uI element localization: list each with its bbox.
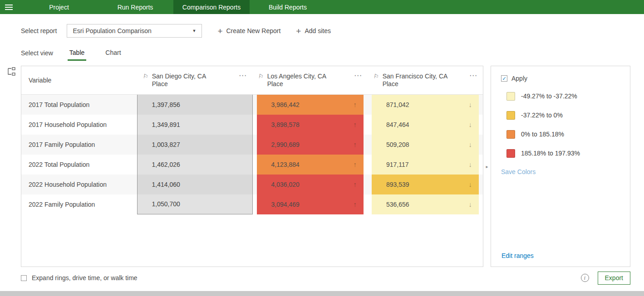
comparison-value-cell[interactable]: 2,990,689↑ (252, 135, 368, 155)
export-button[interactable]: Export (598, 272, 630, 285)
add-sites-button[interactable]: + Add sites (296, 27, 331, 35)
cell-value: 3,094,469 (271, 201, 300, 208)
comparison-value-cell[interactable]: 509,208↓ (368, 135, 483, 155)
variable-cell: 2022 Total Population (21, 155, 137, 175)
down-arrow-icon: ↓ (469, 101, 472, 108)
overflow-menu-icon[interactable]: ⋯ (469, 73, 477, 79)
baseline-value-cell[interactable]: 1,349,891 (137, 115, 252, 135)
create-new-report-button[interactable]: + Create New Report (217, 27, 280, 35)
report-select-value: Esri Population Comparison (73, 27, 152, 34)
legend-panel: ✓ Apply -49.27% to -37.22%-37.22% to 0%0… (491, 66, 630, 267)
variable-cell: 2017 Household Population (21, 115, 137, 135)
comparison-value-cell[interactable]: 536,656↓ (368, 194, 483, 214)
comparison-value-cell[interactable]: 893,539↓ (368, 175, 483, 194)
comparison-value-cell[interactable]: 3,094,469↑ (252, 194, 368, 214)
baseline-value-cell[interactable]: 1,414,060 (137, 175, 252, 194)
nav-tab-project[interactable]: Project (21, 0, 97, 14)
site-column-title: San Francisco City, CA Place (383, 73, 448, 88)
table-header-row: Variable ⚐San Diego City, CA Place⋯⚐Los … (21, 66, 483, 94)
down-arrow-icon: ↓ (469, 180, 472, 188)
cell-value: 4,123,884 (271, 161, 300, 168)
plus-icon: + (217, 27, 222, 35)
site-column-header: ⚐Los Angeles City, CA Place⋯ (252, 66, 368, 94)
table-row: 2022 Family Population1,050,7003,094,469… (21, 194, 483, 214)
comparison-value-cell[interactable]: 4,036,020↑ (252, 175, 368, 194)
view-tab-chart[interactable]: Chart (103, 49, 123, 61)
edit-ranges-link[interactable]: Edit ranges (501, 252, 534, 259)
cell-value: 2,990,689 (271, 141, 300, 148)
nav-tab-comparison-reports[interactable]: Comparison Reports (173, 0, 250, 14)
down-arrow-icon: ↓ (469, 200, 472, 208)
cell-value: 847,464 (386, 121, 409, 128)
expand-rings-checkbox[interactable] (21, 275, 27, 281)
table-body: 2017 Total Population1,397,8563,986,442↑… (21, 94, 483, 214)
cell-value: 893,539 (386, 181, 409, 188)
view-tab-table[interactable]: Table (68, 49, 86, 61)
overflow-menu-icon[interactable]: ⋯ (239, 73, 246, 79)
legend-range-label: -49.27% to -37.22% (521, 92, 577, 100)
comparison-value-cell[interactable]: 3,986,442↑ (252, 94, 368, 115)
variable-cell: 2017 Family Population (21, 135, 137, 155)
legend-color-swatch (506, 149, 515, 158)
sites-tree-icon[interactable] (7, 67, 16, 78)
variable-cell: 2022 Household Population (21, 175, 137, 194)
up-arrow-icon: ↑ (354, 160, 357, 168)
save-colors-link[interactable]: Save Colors (501, 168, 536, 175)
apply-row[interactable]: ✓ Apply (501, 75, 620, 82)
cell-value: 536,656 (386, 201, 409, 208)
comparison-value-cell[interactable]: 4,123,884↑ (252, 155, 368, 175)
variable-column-header: Variable (21, 66, 137, 94)
legend-range-label: 0% to 185.18% (521, 131, 564, 138)
plus-icon: + (296, 27, 301, 35)
table-row: 2022 Total Population1,462,0264,123,884↑… (21, 155, 483, 175)
cell-value: 917,117 (386, 161, 409, 168)
legend-items: -49.27% to -37.22%-37.22% to 0%0% to 185… (501, 87, 620, 163)
down-arrow-icon: ↓ (469, 160, 472, 168)
up-arrow-icon: ↑ (354, 200, 357, 208)
down-arrow-icon: ↓ (469, 141, 472, 148)
baseline-value-cell[interactable]: 1,397,856 (137, 94, 252, 115)
baseline-value-cell[interactable]: 1,462,026 (137, 155, 252, 175)
panel-collapse-handle[interactable]: ▸ (483, 66, 491, 267)
apply-checkbox[interactable]: ✓ (501, 75, 507, 82)
comparison-table: Variable ⚐San Diego City, CA Place⋯⚐Los … (21, 66, 483, 214)
baseline-value-cell[interactable]: 1,050,700 (137, 194, 252, 214)
legend-item: -37.22% to 0% (506, 106, 620, 125)
table-row: 2017 Total Population1,397,8563,986,442↑… (21, 94, 483, 115)
overflow-menu-icon[interactable]: ⋯ (354, 73, 362, 79)
info-icon[interactable]: i (581, 274, 589, 282)
chevron-down-icon: ▼ (192, 29, 196, 33)
comparison-value-cell[interactable]: 3,898,578↑ (252, 115, 368, 135)
comparison-value-cell[interactable]: 847,464↓ (368, 115, 483, 135)
comparison-table-panel: Variable ⚐San Diego City, CA Place⋯⚐Los … (21, 66, 483, 267)
site-column-header: ⚐San Francisco City, CA Place⋯ (368, 66, 483, 94)
cell-value: 871,042 (386, 101, 409, 108)
bottom-edge-strip (0, 291, 644, 296)
site-flag-icon: ⚐ (373, 73, 379, 80)
main-content: Variable ⚐San Diego City, CA Place⋯⚐Los … (21, 66, 644, 267)
table-row: 2017 Family Population1,003,8272,990,689… (21, 135, 483, 155)
down-arrow-icon: ↓ (469, 121, 472, 128)
legend-item: 0% to 185.18% (506, 125, 620, 144)
report-toolbar: Select report Esri Population Comparison… (21, 24, 644, 38)
site-column-header: ⚐San Diego City, CA Place⋯ (137, 66, 252, 94)
top-nav: ProjectRun ReportsComparison ReportsBuil… (0, 0, 644, 14)
apply-label: Apply (511, 75, 527, 82)
cell-value: 3,986,442 (271, 101, 300, 108)
report-select[interactable]: Esri Population Comparison ▼ (67, 24, 202, 38)
cell-value: 3,898,578 (271, 121, 300, 128)
baseline-value-cell[interactable]: 1,003,827 (137, 135, 252, 155)
view-tabs: TableChart (68, 49, 140, 61)
site-flag-icon: ⚐ (143, 73, 149, 80)
nav-tab-run-reports[interactable]: Run Reports (97, 0, 173, 14)
menu-icon[interactable] (0, 0, 21, 14)
nav-tabs: ProjectRun ReportsComparison ReportsBuil… (21, 0, 326, 14)
comparison-value-cell[interactable]: 871,042↓ (368, 94, 483, 115)
comparison-value-cell[interactable]: 917,117↓ (368, 155, 483, 175)
footer-bar: Expand rings, drive time, or walk time i… (0, 267, 644, 289)
cell-value: 509,208 (386, 141, 409, 148)
up-arrow-icon: ↑ (354, 141, 357, 148)
nav-tab-build-reports[interactable]: Build Reports (250, 0, 326, 14)
site-column-title: San Diego City, CA Place (152, 73, 206, 88)
table-row: 2022 Household Population1,414,0604,036,… (21, 175, 483, 194)
